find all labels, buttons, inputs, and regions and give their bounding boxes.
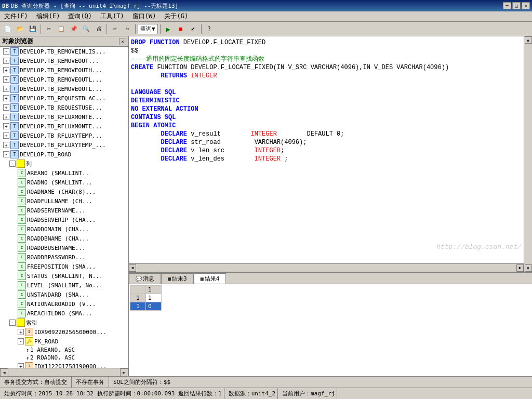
paste-button[interactable]: 📌: [68, 23, 79, 35]
tab-messages[interactable]: 💬 消息: [129, 273, 161, 284]
menu-tools[interactable]: 工具(T): [96, 11, 128, 22]
tree-col-freeposition[interactable]: C FREEPOSITION (SMA...: [0, 262, 128, 271]
tree-col-roaddbusername[interactable]: C ROADDBUSERNAME...: [0, 243, 128, 252]
expand-icon[interactable]: -: [9, 161, 16, 167]
tree-idx1[interactable]: + I IDX909220256500000...: [0, 327, 128, 337]
sidebar-tree[interactable]: - T DEVELOP.TB_REMOVEINLIS... + T DEVELO…: [0, 47, 128, 368]
title-bar-left: DB DB 查询分析器 - [查询 -- unit4_2\magf_rj --无…: [2, 2, 178, 10]
scroll-right[interactable]: ►: [120, 368, 128, 376]
menu-query[interactable]: 查询(Q): [64, 11, 96, 22]
expand-icon[interactable]: -: [18, 338, 24, 344]
find-button[interactable]: 🔍: [81, 23, 92, 35]
scroll-left[interactable]: ◄: [0, 368, 8, 376]
new-button[interactable]: 📄: [2, 23, 14, 35]
expand-icon[interactable]: -: [3, 151, 9, 157]
tree-col-roadserverip[interactable]: C ROADSERVERIP (CHA...: [0, 215, 128, 224]
expand-icon[interactable]: +: [3, 86, 9, 92]
run-button[interactable]: ▶: [163, 23, 174, 35]
tree-col-roadservername[interactable]: C ROADSERVERNAME...: [0, 206, 128, 215]
tree-col-level[interactable]: C LEVEL (SMALLINT, No...: [0, 281, 128, 290]
tree-pk-areano-asc[interactable]: ↕ 1 AREANO, ASC: [0, 346, 128, 354]
tab-result3[interactable]: ▦ 结果3: [161, 273, 194, 284]
expand-icon[interactable]: +: [3, 95, 9, 101]
tree-pk-roadno-asc[interactable]: ↕ 2 ROADNO, ASC: [0, 354, 128, 362]
print-button[interactable]: 🖨: [93, 23, 104, 35]
tree-pkroad[interactable]: - 🔑 PK_ROAD: [0, 337, 128, 346]
expand-icon[interactable]: -: [9, 320, 16, 326]
menu-about[interactable]: 关于(G): [160, 11, 192, 22]
tree-col-roadno[interactable]: C ROADNO (SMALLINT...: [0, 178, 128, 187]
sidebar-close-button[interactable]: ✕: [119, 38, 126, 45]
undo-button[interactable]: ↩: [109, 23, 121, 35]
cut-button[interactable]: ✂: [43, 23, 55, 35]
result-cell-1[interactable]: 1: [146, 294, 162, 302]
expand-icon[interactable]: +: [3, 123, 9, 129]
tree-col-unstandard[interactable]: C UNSTANDARD (SMA...: [0, 290, 128, 299]
tree-item-removeout1[interactable]: + T DEVELOP.TB_REMOVEOUT...: [0, 56, 128, 65]
open-button[interactable]: 📂: [15, 23, 26, 35]
sql-line-8: DETERMINISTIC: [131, 97, 522, 105]
close-button[interactable]: ✕: [522, 2, 530, 9]
tree-item-removeouth[interactable]: + T DEVELOP.TB_REMOVEOUTH...: [0, 65, 128, 75]
tree-folder-index[interactable]: - 索引: [0, 318, 128, 327]
tab-result4[interactable]: ▦ 结果4: [194, 273, 227, 284]
tree-item-removelis[interactable]: - T DEVELOP.TB_REMOVEINLIS...: [0, 47, 128, 56]
tree-col-roaddbpassword[interactable]: C ROADDBPASSWORD...: [0, 252, 128, 262]
sql-editor[interactable]: ▲ ▼ DROP FUNCTION DEVELOP.F_LOCATE_FIXED…: [129, 36, 532, 272]
tree-item-removeoutl2[interactable]: + T DEVELOP.TB_REMOVEOUTL...: [0, 84, 128, 94]
tree-col-nationalroadid[interactable]: C NATIONALROADID (V...: [0, 299, 128, 309]
tree-item-rfluxytemp1[interactable]: + T DEVELOP.TB_RFLUXYTEMP...: [0, 131, 128, 140]
tree-item-requestblac[interactable]: + T DEVELOP.TB_REQUESTBLAC...: [0, 94, 128, 103]
commit-button[interactable]: ✔: [188, 23, 199, 35]
editor-hscrollbar[interactable]: ◄ ►: [129, 263, 524, 272]
tree-col-roaddbname[interactable]: C ROADDBNAME (CHA...: [0, 234, 128, 243]
query-dropdown[interactable]: 查询▼: [138, 24, 158, 34]
tree-item-road[interactable]: - T DEVELOP.TB_ROAD: [0, 150, 128, 159]
expand-icon[interactable]: +: [18, 363, 24, 368]
tree-col-areano[interactable]: C AREANO (SMALLINT..: [0, 168, 128, 178]
menu-file[interactable]: 文件(F): [0, 11, 32, 22]
datasource-label: 数据源：unit4_2: [229, 390, 275, 397]
save-button[interactable]: 💾: [27, 23, 38, 35]
tree-item-rfluxmonte2[interactable]: + T DEVELOP.TB_RFLUXMONTE...: [0, 122, 128, 131]
hscroll-right[interactable]: ►: [516, 264, 524, 272]
scroll-down[interactable]: ▼: [525, 264, 532, 272]
expand-icon[interactable]: +: [3, 67, 9, 73]
expand-icon[interactable]: +: [3, 76, 9, 83]
redo-button[interactable]: ↪: [122, 23, 133, 35]
menu-window[interactable]: 窗口(W): [128, 11, 161, 22]
result-cell-2[interactable]: 0: [146, 302, 162, 311]
expand-icon[interactable]: +: [3, 142, 9, 148]
tree-item-rfluxytemp2[interactable]: + T DEVELOP.TB_RFLUXYTEMP_...: [0, 140, 128, 150]
tree-item-requestuse[interactable]: + T DEVELOP.TB_REQUESTUSE...: [0, 103, 128, 112]
table-row-3[interactable]: 1 0: [130, 302, 162, 311]
expand-icon[interactable]: +: [18, 329, 24, 335]
expand-icon[interactable]: +: [3, 132, 9, 139]
copy-button[interactable]: 📋: [56, 23, 67, 35]
tree-col-areachildno[interactable]: C AREACHILDNO (SMA...: [0, 309, 128, 318]
minimize-button[interactable]: ─: [503, 2, 511, 9]
tree-item-rfluxmonte1[interactable]: + T DEVELOP.TB_RFLUXMONTE...: [0, 112, 128, 122]
editor-vscrollbar[interactable]: ▲ ▼: [524, 36, 532, 272]
scroll-up[interactable]: ▲: [525, 36, 532, 44]
help-button[interactable]: ?: [204, 23, 215, 35]
column-icon: C: [18, 281, 26, 289]
tree-label: IDX909220256500000...: [34, 329, 107, 336]
tree-col-roadfullname[interactable]: C ROADFULLNAME (CH...: [0, 196, 128, 206]
table-row-2[interactable]: 1 1: [130, 294, 162, 302]
hscroll-left[interactable]: ◄: [129, 264, 136, 272]
tree-folder-columns[interactable]: - 列: [0, 159, 128, 168]
tree-col-status[interactable]: C STATUS (SMALLINT, N...: [0, 271, 128, 281]
sidebar-hscroll[interactable]: ◄ ►: [0, 368, 128, 376]
expand-icon[interactable]: +: [3, 104, 9, 111]
tree-idx2[interactable]: + I IDX112201758190000...: [0, 362, 128, 368]
expand-icon[interactable]: -: [3, 48, 9, 55]
tree-col-roadname[interactable]: C ROADNAME (CHAR(8)...: [0, 187, 128, 196]
tree-col-roaddomain[interactable]: C ROADDOMAIN (CHA...: [0, 224, 128, 234]
expand-icon[interactable]: +: [3, 114, 9, 120]
stop-button[interactable]: ■: [175, 23, 187, 35]
tree-item-removeoutl1[interactable]: + T DEVELOP.TB_REMOVEOUTL...: [0, 75, 128, 84]
expand-icon[interactable]: +: [3, 58, 9, 64]
restore-button[interactable]: □: [512, 2, 521, 9]
menu-edit[interactable]: 编辑(E): [32, 11, 64, 22]
